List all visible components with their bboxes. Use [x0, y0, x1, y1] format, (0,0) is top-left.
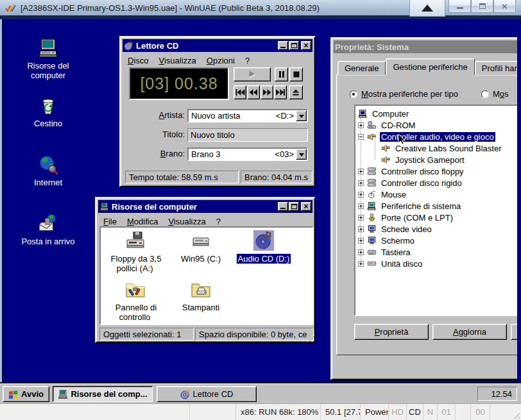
- tree-expand-box[interactable]: [358, 169, 364, 174]
- taskbar-button-risorse-del-comp[interactable]: Risorse del comp...: [53, 386, 153, 402]
- tree-item-unit-disco[interactable]: Unità disco: [355, 258, 517, 269]
- file-icon-frame: [125, 230, 146, 251]
- tree-expand-box[interactable]: [358, 249, 364, 255]
- tree-expand-box[interactable]: [358, 134, 364, 140]
- next-track-button[interactable]: [274, 85, 287, 99]
- tree-item-creative-labs-sound-blaster[interactable]: Creative Labs Sound Blaster: [355, 142, 517, 154]
- winuae-logo-icon: [4, 3, 16, 12]
- tree-controller-icon: [367, 167, 377, 176]
- desktop-icon-risorse-del-computer[interactable]: Risorse del computer: [16, 37, 80, 80]
- pause-button[interactable]: [275, 67, 288, 81]
- desktop-icon-posta-in-arrivo[interactable]: Posta in arrivo: [16, 213, 80, 246]
- file-icon-win95-c[interactable]: Win95 (C:): [170, 230, 232, 264]
- fullscreen-button[interactable]: [409, 0, 445, 17]
- tree-item-periferiche-di-sistema[interactable]: Periferiche di sistema: [355, 200, 517, 212]
- tree-item-cd-rom[interactable]: CD-ROM: [355, 119, 517, 131]
- tree-item-controller-audio-video-e-gioco[interactable]: Controller audio, video e gioco: [355, 131, 517, 142]
- tree-item-mouse[interactable]: Mouse: [355, 189, 517, 200]
- system-properties-titlebar[interactable]: Proprietà: Sistema: [334, 40, 517, 53]
- previous-track-button[interactable]: [234, 85, 246, 99]
- status-segment-hd: HD: [389, 404, 407, 420]
- my-computer-maximize-button[interactable]: [289, 202, 299, 211]
- tree-item-joystick-gameport[interactable]: Joystick Gameport: [355, 154, 517, 165]
- rewind-button[interactable]: [247, 85, 260, 99]
- menu-item-visualizza[interactable]: Visualizza: [154, 55, 201, 67]
- frame-maximize-button[interactable]: [471, 0, 493, 13]
- cd-player-minimize-button[interactable]: [278, 41, 288, 50]
- tree-item-controller-disco-rigido[interactable]: Controller disco rigido: [355, 177, 517, 189]
- tree-expand-box[interactable]: [358, 261, 364, 267]
- desktop-icon-internet[interactable]: Internet: [16, 154, 80, 187]
- total-time-field: Tempo totale: 58.59 m.s: [125, 171, 239, 183]
- cd-player-titlebar[interactable]: Lettore CD ×: [123, 39, 312, 52]
- show-by-type-radio[interactable]: Mostra periferiche per tipo: [350, 89, 458, 99]
- combo-dropdown-button[interactable]: [296, 149, 307, 160]
- tab-gestione-periferiche[interactable]: Gestione periferiche: [386, 58, 474, 75]
- properties-tabs: GeneraleGestione perifericheProfili hard…: [337, 58, 517, 75]
- system-properties-window: Proprietà: Sistema GeneraleGestione peri…: [330, 37, 517, 380]
- show-by-connection-radio[interactable]: Mos: [481, 89, 509, 99]
- tree-item-porte-com-e-lpt[interactable]: Porte (COM e LPT): [355, 212, 517, 223]
- device-tree[interactable]: ComputerCD-ROMController audio, video e …: [354, 105, 517, 316]
- cd-icon: [180, 389, 191, 399]
- tab-profili-hardwa[interactable]: Profili hardwa: [475, 61, 517, 75]
- aggiorna-button[interactable]: Aggiorna: [432, 324, 507, 340]
- tree-item-controller-disco-floppy[interactable]: Controller disco floppy: [355, 165, 517, 177]
- resize-grip-icon: [511, 410, 520, 419]
- start-button[interactable]: Avvio: [3, 386, 49, 402]
- play-icon: [246, 71, 258, 79]
- eject-button[interactable]: [289, 85, 303, 99]
- file-icon-pannello-di-controllo[interactable]: Pannello dicontrollo: [105, 279, 166, 322]
- stop-icon: [291, 71, 302, 78]
- tree-item-schermo[interactable]: Schermo: [355, 235, 517, 246]
- file-icon-stampanti[interactable]: Stampanti: [170, 279, 232, 312]
- folder-view[interactable]: Floppy da 3,5pollici (A:)Win95 (C:)Audio…: [99, 226, 314, 325]
- my-computer-titlebar[interactable]: Risorse del computer ×: [98, 200, 312, 213]
- status-segment-x86-run-68k-180: x86: RUN 68k: 180%: [236, 404, 321, 420]
- my-computer-close-button[interactable]: ×: [301, 202, 311, 211]
- play-button[interactable]: [234, 67, 271, 81]
- help-button[interactable]: [511, 324, 517, 340]
- menu-item-help[interactable]: ?: [240, 55, 255, 67]
- tree-expand-box[interactable]: [358, 192, 364, 197]
- my-computer-window: Risorse del computer × FileModificaVisua…: [95, 197, 316, 343]
- frame-close-button[interactable]: ×: [493, 0, 516, 13]
- titolo-field[interactable]: Nuovo titolo: [187, 128, 308, 142]
- maximize-icon: [291, 43, 297, 48]
- brano-combobox[interactable]: Brano 3<03>: [187, 147, 308, 161]
- stop-button[interactable]: [289, 67, 303, 81]
- tree-expand-box[interactable]: [358, 238, 364, 244]
- cd-player-close-button[interactable]: ×: [301, 41, 311, 50]
- taskbar-button-lettore-cd[interactable]: Lettore CD: [157, 386, 257, 402]
- propriet-button[interactable]: Proprietà: [354, 324, 429, 340]
- emulated-desktop[interactable]: Risorse del computerCestinoInternetPosta…: [0, 19, 521, 383]
- file-icon-floppy-da-3-5-pollici-a[interactable]: Floppy da 3,5pollici (A:): [105, 230, 166, 273]
- tree-expand-box[interactable]: [358, 180, 364, 186]
- tree-expand-box[interactable]: [358, 226, 364, 232]
- status-resize-grip: [490, 404, 521, 420]
- fast-forward-button[interactable]: [260, 85, 273, 99]
- tree-expand-box[interactable]: [358, 215, 364, 221]
- tab-generale[interactable]: Generale: [337, 61, 386, 75]
- artista-combobox[interactable]: Nuovo artista<D:>: [187, 109, 308, 122]
- brano-label: Brano:: [126, 149, 185, 158]
- menu-item-disco[interactable]: Disco: [123, 55, 154, 67]
- cd-player-maximize-button[interactable]: [289, 41, 299, 50]
- internet-icon: [37, 154, 59, 176]
- taskbar-button-label: Risorse del comp...: [71, 389, 147, 399]
- tree-item-computer[interactable]: Computer: [355, 108, 517, 119]
- tree-item-tastiera[interactable]: Tastiera: [355, 246, 517, 258]
- tree-item-label: Unità disco: [380, 259, 423, 269]
- menu-item-opzioni[interactable]: Opzioni: [201, 55, 240, 67]
- file-icon-audio-cd-d[interactable]: Audio CD (D:): [233, 230, 295, 264]
- tree-item-label: Computer: [371, 109, 410, 119]
- tree-item-schede-video[interactable]: Schede video: [355, 223, 517, 235]
- tree-expand-box[interactable]: [358, 203, 364, 209]
- tree-audio-icon: [381, 144, 391, 153]
- device-manager-panel: Mostra periferiche per tipo Mos Computer…: [336, 74, 517, 355]
- my-computer-minimize-button[interactable]: [278, 202, 288, 211]
- desktop-icon-cestino[interactable]: Cestino: [16, 95, 80, 128]
- combo-dropdown-button[interactable]: [296, 110, 307, 121]
- frame-minimize-button[interactable]: [448, 0, 471, 13]
- tree-expand-box[interactable]: [358, 122, 364, 128]
